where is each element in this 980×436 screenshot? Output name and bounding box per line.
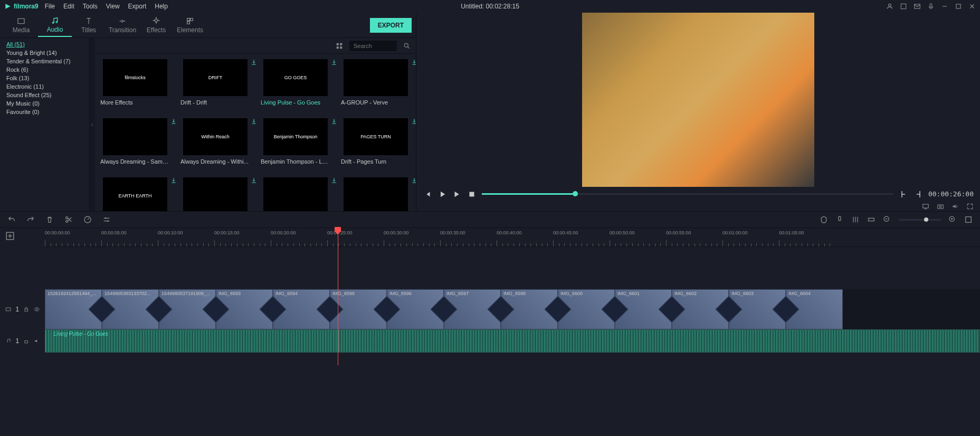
volume-icon[interactable] — [952, 203, 959, 210]
download-icon[interactable] — [170, 177, 177, 185]
sidebar-item[interactable]: Rock (6) — [0, 65, 89, 74]
playhead[interactable] — [338, 228, 338, 365]
play-icon[interactable] — [437, 189, 447, 199]
sidebar-item[interactable]: Tender & Sentimental (7) — [0, 57, 89, 65]
zoom-fit-icon[interactable] — [964, 215, 973, 224]
preview-scrubber[interactable] — [482, 193, 893, 195]
add-track-icon[interactable] — [5, 231, 15, 241]
tab-audio[interactable]: Audio — [38, 14, 72, 37]
asset-item[interactable]: Benjamin ThompsonBenjamin Thompson - Lul… — [261, 118, 330, 165]
snapshot-icon[interactable] — [937, 203, 944, 210]
split-icon[interactable] — [64, 215, 73, 224]
video-track-body[interactable]: 1526192412581494_...1549905383133702...1… — [45, 289, 980, 329]
asset-item[interactable] — [261, 177, 330, 211]
menu-tools[interactable]: Tools — [83, 3, 98, 10]
mic-icon[interactable] — [927, 3, 935, 10]
asset-item[interactable]: DRIFTDrift - Drift — [180, 59, 250, 106]
fullscreen-icon[interactable] — [966, 203, 974, 210]
svg-rect-35 — [869, 218, 874, 221]
asset-item[interactable]: Always Dreaming - Same... — [100, 118, 170, 165]
speed-icon[interactable] — [83, 215, 92, 224]
asset-thumbnail — [263, 177, 328, 211]
minimize-icon[interactable] — [941, 3, 948, 10]
ruler-mark: 00:00:20:00 — [271, 230, 296, 235]
eye-icon[interactable] — [34, 306, 40, 312]
render-icon[interactable] — [867, 215, 876, 224]
account-icon[interactable] — [886, 3, 893, 10]
marker-icon[interactable] — [820, 215, 828, 224]
sidebar-item[interactable]: Folk (13) — [0, 74, 89, 82]
save-icon[interactable] — [900, 3, 907, 10]
play-forward-icon[interactable] — [452, 189, 462, 199]
app-name: filmora — [14, 3, 35, 10]
asset-item[interactable]: PAGES TURNDrift - Pages Turn — [341, 118, 411, 165]
delete-icon[interactable] — [45, 215, 54, 224]
sidebar-item[interactable]: Young & Bright (14) — [0, 49, 89, 57]
sidebar-item[interactable]: All (51) — [0, 40, 89, 49]
svg-point-24 — [66, 217, 68, 219]
download-icon[interactable] — [251, 177, 257, 185]
download-icon[interactable] — [411, 118, 416, 126]
menu-edit[interactable]: Edit — [63, 3, 74, 10]
menu-view[interactable]: View — [106, 3, 120, 10]
sidebar-collapse[interactable]: ‹ — [90, 38, 95, 211]
adjust-icon[interactable] — [102, 215, 111, 224]
clip-label: IMG_6604 — [788, 291, 811, 296]
download-icon[interactable] — [411, 59, 416, 67]
stop-icon[interactable] — [467, 189, 477, 199]
asset-item[interactable]: Within ReachAlways Dreaming - Withi... — [180, 118, 250, 165]
asset-thumbnail: GO GOES — [263, 59, 328, 96]
lock-icon[interactable] — [23, 338, 29, 344]
menu-export[interactable]: Export — [128, 3, 147, 10]
message-icon[interactable] — [914, 3, 921, 10]
tab-media[interactable]: Media — [4, 14, 38, 37]
search-input[interactable] — [349, 41, 397, 51]
download-icon[interactable] — [331, 59, 337, 67]
tab-transition[interactable]: Transition — [106, 14, 139, 37]
download-icon[interactable] — [251, 118, 257, 126]
window-controls — [886, 3, 976, 10]
sidebar-item[interactable]: My Music (0) — [0, 99, 89, 108]
grid-view-icon[interactable] — [336, 42, 343, 50]
asset-item[interactable]: A-GROUP - Verve — [341, 59, 411, 106]
menu-file[interactable]: File — [45, 3, 55, 10]
download-icon[interactable] — [170, 118, 177, 126]
asset-item[interactable]: GO GOESLiving Pulse - Go Goes — [261, 59, 330, 106]
timeline-ruler[interactable]: 00:00:00:0000:00:05:0000:00:10:0000:00:1… — [45, 228, 980, 247]
audio-track-body[interactable]: Living Pulse - Go Goes — [45, 329, 980, 353]
download-icon[interactable] — [411, 177, 416, 185]
export-button[interactable]: EXPORT — [370, 18, 412, 33]
asset-item[interactable]: EARTH EARTH — [100, 177, 170, 211]
snapshot-to-pc-icon[interactable] — [922, 203, 929, 210]
sidebar-item[interactable]: Electronic (11) — [0, 82, 89, 91]
sidebar-item[interactable]: Sound Effect (25) — [0, 91, 89, 99]
mark-in-icon[interactable] — [899, 189, 908, 199]
asset-item[interactable]: filmstocksMore Effects — [100, 59, 170, 106]
undo-icon[interactable] — [7, 215, 16, 224]
sidebar-item[interactable]: Favourite (0) — [0, 108, 89, 116]
tab-effects[interactable]: Effects — [139, 14, 173, 37]
audio-clip[interactable]: Living Pulse - Go Goes — [45, 329, 980, 353]
download-icon[interactable] — [251, 59, 257, 67]
tab-elements[interactable]: Elements — [173, 14, 207, 37]
mixer-icon[interactable] — [851, 215, 860, 224]
zoom-slider[interactable] — [899, 219, 941, 221]
menu-help[interactable]: Help — [155, 3, 168, 10]
asset-item[interactable] — [341, 177, 411, 211]
lock-icon[interactable] — [23, 306, 29, 312]
record-icon[interactable] — [835, 215, 844, 224]
zoom-out-icon[interactable] — [883, 215, 891, 224]
close-icon[interactable] — [968, 3, 976, 10]
asset-item[interactable] — [180, 177, 250, 211]
mark-out-icon[interactable] — [914, 189, 923, 199]
download-icon[interactable] — [331, 118, 337, 126]
tab-titles[interactable]: Titles — [72, 14, 106, 37]
search-icon[interactable] — [403, 42, 411, 50]
zoom-in-icon[interactable] — [948, 215, 957, 224]
asset-library: filmstocksMore EffectsDRIFTDrift - Drift… — [95, 38, 416, 211]
download-icon[interactable] — [331, 177, 337, 185]
maximize-icon[interactable] — [955, 3, 962, 10]
prev-frame-icon[interactable] — [423, 189, 432, 199]
mute-icon[interactable] — [34, 338, 40, 344]
redo-icon[interactable] — [26, 215, 35, 224]
